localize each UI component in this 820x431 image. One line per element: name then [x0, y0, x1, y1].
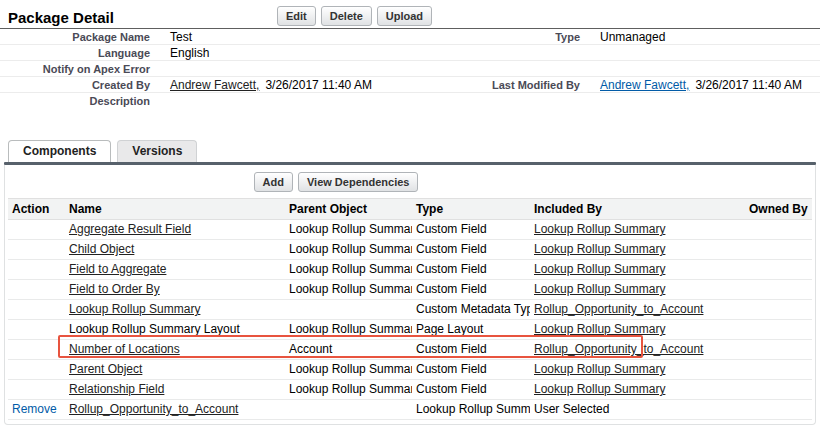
included-by-link[interactable]: Rollup_Opportunity_to_Account — [534, 302, 703, 316]
component-name-link[interactable]: Lookup Rollup Summary — [69, 302, 200, 316]
notify-apex-error-label: Notify on Apex Error — [0, 63, 160, 75]
table-row-highlighted: Number of Locations Account Custom Field… — [8, 340, 812, 360]
tab-versions[interactable]: Versions — [117, 140, 197, 162]
created-by-date: 3/26/2017 11:40 AM — [265, 78, 372, 92]
last-modified-by-user-link[interactable]: Andrew Fawcett, — [600, 78, 689, 92]
field-row-created-by: Created By Andrew Fawcett,3/26/2017 11:4… — [0, 77, 820, 93]
table-row: Parent Object Lookup Rollup Summary Cust… — [8, 360, 812, 380]
package-detail-fields: Package Name Test Type Unmanaged Languag… — [0, 29, 820, 109]
included-by-plain: User Selected — [530, 400, 745, 420]
component-name-link[interactable]: Relationship Field — [69, 382, 164, 396]
last-modified-by-date: 3/26/2017 11:40 AM — [695, 78, 802, 92]
table-row: Remove Rollup_Opportunity_to_Account Loo… — [8, 400, 812, 420]
component-name-link[interactable]: Rollup_Opportunity_to_Account — [69, 402, 238, 416]
component-name-link[interactable]: Field to Order By — [69, 282, 160, 296]
included-by-link[interactable]: Lookup Rollup Summary — [534, 282, 665, 296]
description-label: Description — [0, 95, 160, 107]
header-button-group: Edit Delete Upload — [277, 6, 432, 26]
component-name-link[interactable]: Parent Object — [69, 362, 142, 376]
language-value: English — [160, 46, 410, 60]
component-name-link[interactable]: Number of Locations — [69, 342, 180, 356]
included-by-link[interactable]: Lookup Rollup Summary — [534, 362, 665, 376]
table-row: Aggregate Result Field Lookup Rollup Sum… — [8, 220, 812, 240]
column-header-type: Type — [412, 199, 530, 220]
column-header-parent-object: Parent Object — [285, 199, 412, 220]
components-table-wrap: Action Name Parent Object Type Included … — [8, 198, 812, 420]
type-value: Unmanaged — [590, 30, 820, 44]
field-row-package-name: Package Name Test Type Unmanaged — [0, 29, 820, 45]
included-by-link[interactable]: Lookup Rollup Summary — [534, 222, 665, 236]
add-button[interactable]: Add — [254, 172, 293, 192]
language-label: Language — [0, 47, 160, 59]
component-name-link[interactable]: Child Object — [69, 242, 134, 256]
last-modified-by-value: Andrew Fawcett,3/26/2017 11:40 AM — [590, 78, 820, 92]
column-header-included-by: Included By — [530, 199, 745, 220]
column-header-name: Name — [65, 199, 285, 220]
table-row: Lookup Rollup Summary Layout Lookup Roll… — [8, 320, 812, 340]
component-name-link[interactable]: Field to Aggregate — [69, 262, 166, 276]
included-by-link[interactable]: Lookup Rollup Summary — [534, 322, 665, 336]
package-name-value: Test — [160, 30, 410, 44]
field-row-language: Language English — [0, 45, 820, 61]
tab-components[interactable]: Components — [8, 140, 111, 162]
remove-action-link[interactable]: Remove — [12, 402, 57, 416]
last-modified-by-label: Last Modified By — [410, 79, 590, 91]
field-row-notify-apex-error: Notify on Apex Error — [0, 61, 820, 77]
table-row: Field to Aggregate Lookup Rollup Summary… — [8, 260, 812, 280]
components-toolbar: Add View Dependencies — [5, 165, 815, 198]
view-dependencies-button[interactable]: View Dependencies — [298, 172, 419, 192]
table-header-row: Action Name Parent Object Type Included … — [8, 199, 812, 220]
table-row: Relationship Field Lookup Rollup Summary… — [8, 380, 812, 400]
created-by-label: Created By — [0, 79, 160, 91]
package-name-label: Package Name — [0, 31, 160, 43]
column-header-owned-by: Owned By — [745, 199, 812, 220]
edit-button[interactable]: Edit — [277, 6, 316, 26]
table-row: Field to Order By Lookup Rollup Summary … — [8, 280, 812, 300]
type-label: Type — [410, 31, 590, 43]
components-panel: Add View Dependencies Action Name Parent… — [4, 165, 816, 425]
tab-bar: Components Versions — [0, 140, 820, 162]
page-title: Package Detail — [8, 9, 114, 26]
included-by-link[interactable]: Lookup Rollup Summary — [534, 262, 665, 276]
field-row-description: Description — [0, 93, 820, 109]
component-name-plain: Lookup Rollup Summary Layout — [65, 320, 285, 340]
table-row: Lookup Rollup Summary Custom Metadata Ty… — [8, 300, 812, 320]
included-by-link[interactable]: Rollup_Opportunity_to_Account — [534, 342, 703, 356]
column-header-action: Action — [8, 199, 65, 220]
component-name-link[interactable]: Aggregate Result Field — [69, 222, 191, 236]
components-table: Action Name Parent Object Type Included … — [8, 198, 812, 420]
created-by-value: Andrew Fawcett,3/26/2017 11:40 AM — [160, 78, 410, 92]
included-by-link[interactable]: Lookup Rollup Summary — [534, 242, 665, 256]
table-row: Child Object Lookup Rollup Summary Custo… — [8, 240, 812, 260]
upload-button[interactable]: Upload — [377, 6, 432, 26]
included-by-link[interactable]: Lookup Rollup Summary — [534, 382, 665, 396]
package-detail-header: Package Detail Edit Delete Upload — [0, 0, 820, 29]
delete-button[interactable]: Delete — [321, 6, 372, 26]
created-by-user-link[interactable]: Andrew Fawcett, — [170, 78, 259, 92]
